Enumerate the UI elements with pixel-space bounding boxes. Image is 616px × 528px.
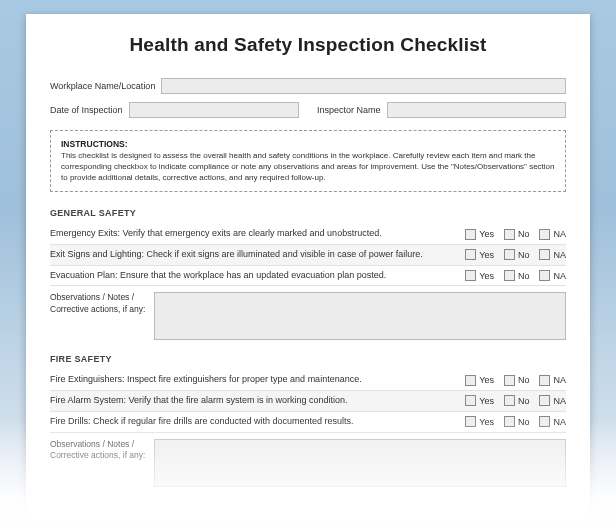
option-na: NA bbox=[539, 249, 566, 260]
option-na: NA bbox=[539, 270, 566, 281]
option-no: No bbox=[504, 270, 530, 281]
item-text: Exit Signs and Lighting: Check if exit s… bbox=[50, 249, 465, 261]
checkbox-yes[interactable] bbox=[465, 249, 476, 260]
item-text: Evacuation Plan: Ensure that the workpla… bbox=[50, 270, 465, 282]
checklist-item: Fire Drills: Check if regular fire drill… bbox=[50, 412, 566, 433]
checkbox-no[interactable] bbox=[504, 416, 515, 427]
item-options: Yes No NA bbox=[465, 270, 566, 281]
checkbox-no[interactable] bbox=[504, 395, 515, 406]
item-text: Fire Extinguishers: Inspect fire extingu… bbox=[50, 374, 465, 386]
checkbox-no[interactable] bbox=[504, 375, 515, 386]
checkbox-na[interactable] bbox=[539, 395, 550, 406]
inspector-field-row: Inspector Name bbox=[317, 102, 566, 118]
option-yes: Yes bbox=[465, 416, 494, 427]
option-no: No bbox=[504, 229, 530, 240]
option-yes: Yes bbox=[465, 375, 494, 386]
checklist-item: Exit Signs and Lighting: Check if exit s… bbox=[50, 245, 566, 266]
notes-textarea[interactable] bbox=[154, 292, 566, 340]
item-options: Yes No NA bbox=[465, 249, 566, 260]
item-options: Yes No NA bbox=[465, 395, 566, 406]
date-label: Date of Inspection bbox=[50, 105, 123, 115]
option-na: NA bbox=[539, 229, 566, 240]
second-row: Date of Inspection Inspector Name bbox=[50, 102, 566, 118]
instructions-heading: INSTRUCTIONS: bbox=[61, 139, 555, 149]
option-na: NA bbox=[539, 416, 566, 427]
notes-textarea[interactable] bbox=[154, 439, 566, 487]
instructions-box: INSTRUCTIONS: This checklist is designed… bbox=[50, 130, 566, 192]
option-yes: Yes bbox=[465, 249, 494, 260]
checkbox-na[interactable] bbox=[539, 270, 550, 281]
item-options: Yes No NA bbox=[465, 375, 566, 386]
checkbox-na[interactable] bbox=[539, 249, 550, 260]
section-title: GENERAL SAFETY bbox=[50, 208, 566, 218]
option-na: NA bbox=[539, 375, 566, 386]
notes-row: Observations / Notes / Corrective action… bbox=[50, 439, 566, 487]
option-no: No bbox=[504, 375, 530, 386]
option-no: No bbox=[504, 395, 530, 406]
checklist-item: Fire Extinguishers: Inspect fire extingu… bbox=[50, 370, 566, 391]
option-na: NA bbox=[539, 395, 566, 406]
date-field-row: Date of Inspection bbox=[50, 102, 299, 118]
option-yes: Yes bbox=[465, 270, 494, 281]
checkbox-na[interactable] bbox=[539, 229, 550, 240]
option-yes: Yes bbox=[465, 229, 494, 240]
section-fire-safety: FIRE SAFETY Fire Extinguishers: Inspect … bbox=[50, 354, 566, 486]
option-yes: Yes bbox=[465, 395, 494, 406]
section-title: FIRE SAFETY bbox=[50, 354, 566, 364]
instructions-body: This checklist is designed to assess the… bbox=[61, 151, 555, 183]
checkbox-no[interactable] bbox=[504, 249, 515, 260]
checkbox-yes[interactable] bbox=[465, 395, 476, 406]
checkbox-yes[interactable] bbox=[465, 270, 476, 281]
item-text: Fire Drills: Check if regular fire drill… bbox=[50, 416, 465, 428]
checkbox-no[interactable] bbox=[504, 270, 515, 281]
checklist-item: Emergency Exits: Verify that emergency e… bbox=[50, 224, 566, 245]
inspector-label: Inspector Name bbox=[317, 105, 381, 115]
checklist-item: Evacuation Plan: Ensure that the workpla… bbox=[50, 266, 566, 287]
page-title: Health and Safety Inspection Checklist bbox=[50, 34, 566, 56]
workplace-field-row: Workplace Name/Location bbox=[50, 78, 566, 94]
notes-row: Observations / Notes / Corrective action… bbox=[50, 292, 566, 340]
item-options: Yes No NA bbox=[465, 229, 566, 240]
notes-label: Observations / Notes / Corrective action… bbox=[50, 439, 146, 487]
item-text: Fire Alarm System: Verify that the fire … bbox=[50, 395, 465, 407]
workplace-input[interactable] bbox=[161, 78, 566, 94]
checkbox-na[interactable] bbox=[539, 375, 550, 386]
option-no: No bbox=[504, 249, 530, 260]
date-input[interactable] bbox=[129, 102, 299, 118]
item-options: Yes No NA bbox=[465, 416, 566, 427]
checkbox-yes[interactable] bbox=[465, 375, 476, 386]
checkbox-yes[interactable] bbox=[465, 229, 476, 240]
item-text: Emergency Exits: Verify that emergency e… bbox=[50, 228, 465, 240]
checklist-item: Fire Alarm System: Verify that the fire … bbox=[50, 391, 566, 412]
notes-label: Observations / Notes / Corrective action… bbox=[50, 292, 146, 340]
inspector-input[interactable] bbox=[387, 102, 566, 118]
checkbox-yes[interactable] bbox=[465, 416, 476, 427]
checkbox-no[interactable] bbox=[504, 229, 515, 240]
section-general-safety: GENERAL SAFETY Emergency Exits: Verify t… bbox=[50, 208, 566, 340]
workplace-label: Workplace Name/Location bbox=[50, 81, 155, 91]
document-page: Health and Safety Inspection Checklist W… bbox=[26, 14, 590, 521]
option-no: No bbox=[504, 416, 530, 427]
checkbox-na[interactable] bbox=[539, 416, 550, 427]
